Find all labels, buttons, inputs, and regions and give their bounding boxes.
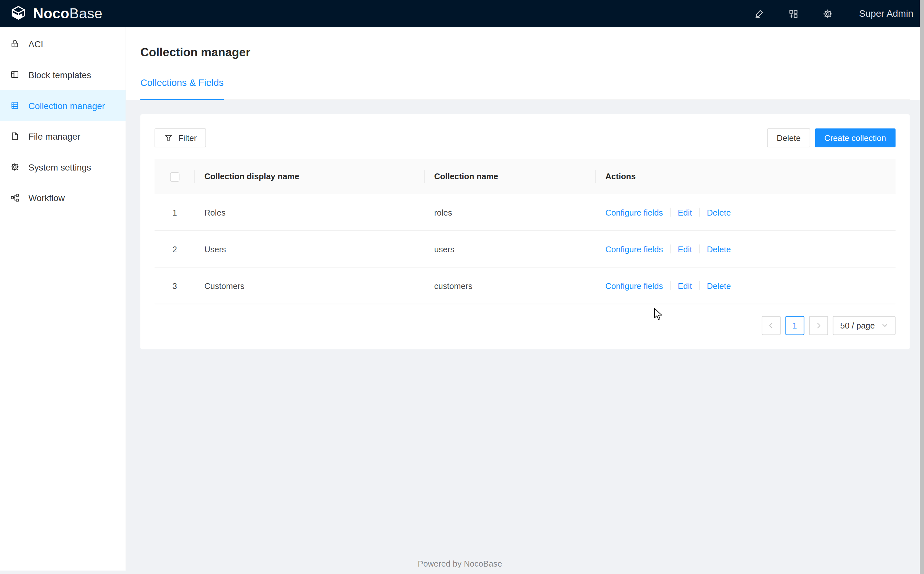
page-size-select[interactable]: 50 / page xyxy=(832,316,896,335)
row-index-cell: 3 xyxy=(155,267,195,304)
collections-table: Collection display name Collection name … xyxy=(155,159,896,304)
sidebar-item-workflow[interactable]: Workflow xyxy=(0,183,126,213)
display-name-cell: Roles xyxy=(195,194,425,231)
header-right: Super Admin xyxy=(742,0,924,27)
display-name-cell: Users xyxy=(195,231,425,267)
collection-name-cell: customers xyxy=(425,267,596,304)
sidebar-item-label: Collection manager xyxy=(28,100,105,110)
workflow-icon xyxy=(10,193,19,202)
toolbar-right: Delete Create collection xyxy=(767,128,896,147)
sidebar-item-file-manager[interactable]: File manager xyxy=(0,121,126,151)
actions-cell: Configure fieldsEditDelete xyxy=(596,231,896,267)
edit-link[interactable]: Edit xyxy=(678,208,692,217)
sidebar-item-acl[interactable]: ACL xyxy=(0,28,126,59)
plugin-manager-icon[interactable] xyxy=(776,0,811,27)
action-separator xyxy=(699,208,700,216)
nocobase-logo[interactable]: NocoBase xyxy=(9,5,103,22)
column-header-display-name: Collection display name xyxy=(195,159,425,194)
gear-icon xyxy=(10,162,19,172)
create-collection-button[interactable]: Create collection xyxy=(815,128,896,147)
main-area: Collection manager Collections & Fields … xyxy=(126,27,924,574)
sidebar-item-label: ACL xyxy=(28,39,46,49)
layout-icon xyxy=(10,70,19,79)
highlighter-icon[interactable] xyxy=(742,0,776,27)
nocobase-app: NocoBase Super Admin ACLBlock templatesC… xyxy=(0,0,924,574)
action-separator xyxy=(699,244,700,253)
row-index-cell: 2 xyxy=(155,231,195,267)
actions-cell: Configure fieldsEditDelete xyxy=(596,194,896,231)
action-separator xyxy=(670,281,671,290)
configure-fields-link[interactable]: Configure fields xyxy=(605,208,663,217)
sidebar-item-label: Workflow xyxy=(28,193,65,203)
sidebar-item-block-templates[interactable]: Block templates xyxy=(0,59,126,90)
delete-link[interactable]: Delete xyxy=(707,208,731,217)
action-separator xyxy=(699,281,700,290)
select-all-header xyxy=(155,159,195,194)
display-name-cell: Customers xyxy=(195,267,425,304)
collections-card: Filter Delete Create collection Coll xyxy=(141,114,910,349)
logo-text: NocoBase xyxy=(33,6,103,20)
file-icon xyxy=(10,131,19,140)
powered-by-footer: Powered by NocoBase xyxy=(0,559,920,568)
logo-text-light: Base xyxy=(69,5,103,22)
column-header-collection-name: Collection name xyxy=(425,159,596,194)
filter-button-label: Filter xyxy=(178,133,197,142)
page-header: Collection manager Collections & Fields xyxy=(126,27,924,100)
logo-text-bold: Noco xyxy=(33,5,69,22)
collection-name-cell: roles xyxy=(425,194,596,231)
column-header-actions: Actions xyxy=(596,159,896,194)
configure-fields-link[interactable]: Configure fields xyxy=(605,281,663,290)
page-title: Collection manager xyxy=(141,44,910,60)
vertical-scrollbar[interactable] xyxy=(920,0,924,574)
action-separator xyxy=(670,244,671,253)
card-toolbar: Filter Delete Create collection xyxy=(155,128,896,147)
sidebar-item-collection-manager[interactable]: Collection manager xyxy=(0,90,126,121)
next-page-button[interactable] xyxy=(809,316,828,335)
layout-frame: ACLBlock templatesCollection managerFile… xyxy=(0,27,924,574)
actions-cell: Configure fieldsEditDelete xyxy=(596,267,896,304)
collection-name-cell: users xyxy=(425,231,596,267)
chevron-left-icon xyxy=(768,323,774,328)
sidebar-item-label: File manager xyxy=(28,131,80,141)
table-row: 2UsersusersConfigure fieldsEditDelete xyxy=(155,231,896,267)
row-index-cell: 1 xyxy=(155,194,195,231)
table-body: 1RolesrolesConfigure fieldsEditDelete2Us… xyxy=(155,194,896,304)
pagination: 1 50 / page xyxy=(155,316,896,335)
settings-icon[interactable] xyxy=(810,0,845,27)
delete-link[interactable]: Delete xyxy=(707,281,731,290)
chevron-right-icon xyxy=(815,323,821,328)
delete-link[interactable]: Delete xyxy=(707,244,731,254)
tab-collections-fields[interactable]: Collections & Fields xyxy=(141,76,223,100)
filter-button[interactable]: Filter xyxy=(155,128,206,147)
page-1-button[interactable]: 1 xyxy=(785,316,804,335)
select-all-checkbox[interactable] xyxy=(170,172,179,181)
tab-bar: Collections & Fields xyxy=(141,76,910,100)
prev-page-button[interactable] xyxy=(761,316,780,335)
header-icons xyxy=(742,0,845,27)
chevron-down-icon xyxy=(882,323,888,328)
settings-sidebar: ACLBlock templatesCollection managerFile… xyxy=(0,27,126,571)
table-row: 1RolesrolesConfigure fieldsEditDelete xyxy=(155,194,896,231)
page-size-value: 50 / page xyxy=(840,321,875,330)
database-icon xyxy=(10,101,19,110)
configure-fields-link[interactable]: Configure fields xyxy=(605,244,663,254)
table-head: Collection display name Collection name … xyxy=(155,159,896,194)
lock-icon xyxy=(10,39,19,48)
sidebar-item-label: Block templates xyxy=(28,69,91,79)
top-header: NocoBase Super Admin xyxy=(0,0,924,27)
edit-link[interactable]: Edit xyxy=(678,281,692,290)
action-separator xyxy=(670,208,671,216)
filter-icon xyxy=(164,134,173,142)
edit-link[interactable]: Edit xyxy=(678,244,692,254)
table-row: 3CustomerscustomersConfigure fieldsEditD… xyxy=(155,267,896,304)
delete-button[interactable]: Delete xyxy=(767,128,810,147)
sidebar-item-label: System settings xyxy=(28,162,91,172)
nocobase-logo-icon xyxy=(9,5,27,22)
current-user-menu[interactable]: Super Admin xyxy=(859,8,913,19)
content-area: Filter Delete Create collection Coll xyxy=(126,100,924,574)
sidebar-item-system-settings[interactable]: System settings xyxy=(0,151,126,183)
